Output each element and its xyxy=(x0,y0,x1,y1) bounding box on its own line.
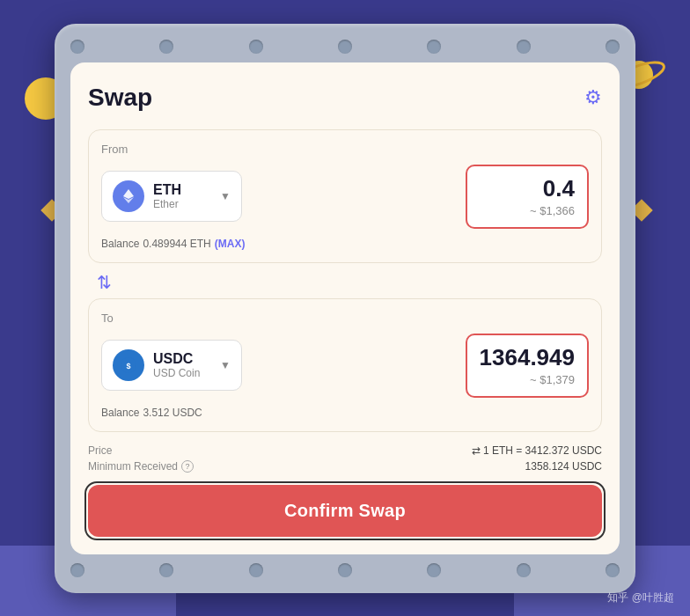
eth-name: Ether xyxy=(153,198,181,210)
from-balance-label: Balance xyxy=(101,238,139,250)
to-chevron-icon: ▼ xyxy=(220,359,231,371)
frame-dot xyxy=(427,563,441,577)
to-amount: 1364.949 xyxy=(480,344,575,371)
max-link[interactable]: (MAX) xyxy=(215,238,246,250)
to-balance-row: Balance 3.512 USDC xyxy=(101,407,589,419)
from-label: From xyxy=(101,143,589,156)
svg-text:$: $ xyxy=(126,362,130,370)
eth-token-info: ETH Ether xyxy=(153,182,181,210)
to-balance-value: 3.512 USDC xyxy=(143,407,202,419)
eth-symbol: ETH xyxy=(153,182,181,198)
usdc-token-info: USDC USD Coin xyxy=(153,351,200,379)
to-amount-box[interactable]: 1364.949 ~ $1,379 xyxy=(466,334,589,398)
min-received-value: 1358.124 USDC xyxy=(525,460,602,473)
from-amount: 0.4 xyxy=(480,175,575,202)
from-balance-row: Balance 0.489944 ETH (MAX) xyxy=(101,238,589,250)
to-amount-usd: ~ $1,379 xyxy=(530,373,575,386)
frame-dot xyxy=(70,563,84,577)
usdc-symbol: USDC xyxy=(153,351,200,367)
settings-icon[interactable]: ⚙ xyxy=(584,86,602,109)
from-chevron-icon: ▼ xyxy=(220,190,231,202)
to-section: To $ USDC USD Coin ▼ 13 xyxy=(88,298,602,432)
frame-dot xyxy=(70,40,84,54)
confirm-swap-button[interactable]: Confirm Swap xyxy=(88,485,602,537)
frame-dot xyxy=(427,40,441,54)
eth-icon xyxy=(113,180,144,212)
price-label: Price xyxy=(88,444,112,457)
to-label: To xyxy=(101,312,589,325)
usdc-icon: $ xyxy=(113,349,144,381)
from-token-selector[interactable]: ETH Ether ▼ xyxy=(101,171,242,222)
confirm-btn-wrapper: Confirm Swap xyxy=(88,485,602,537)
frame-dot xyxy=(606,40,620,54)
frame-dot xyxy=(338,563,352,577)
card-header: Swap ⚙ xyxy=(88,84,602,112)
frame-dot xyxy=(159,40,173,54)
price-row: Price ⇄ 1 ETH = 3412.372 USDC xyxy=(88,444,602,457)
frame-dot xyxy=(517,563,531,577)
swap-card: Swap ⚙ From ETH Ether xyxy=(70,62,620,554)
frame-dot xyxy=(517,40,531,54)
frame-top-dots xyxy=(70,40,620,54)
svg-marker-2 xyxy=(123,189,134,199)
min-received-row: Minimum Received ? 1358.124 USDC xyxy=(88,460,602,473)
frame-dot xyxy=(159,563,173,577)
frame-dot xyxy=(249,40,263,54)
price-value: ⇄ 1 ETH = 3412.372 USDC xyxy=(472,444,602,457)
watermark: 知乎 @叶胜超 xyxy=(607,590,674,605)
main-frame: Swap ⚙ From ETH Ether xyxy=(55,24,635,593)
frame-dot xyxy=(338,40,352,54)
price-info: Price ⇄ 1 ETH = 3412.372 USDC Minimum Re… xyxy=(88,444,602,473)
swap-arrows-icon: ⇅ xyxy=(97,272,112,293)
frame-dot xyxy=(606,563,620,577)
from-section: From ETH Ether ▼ 0.4 xyxy=(88,129,602,263)
min-received-info-icon[interactable]: ? xyxy=(181,460,194,473)
frame-bottom-dots xyxy=(70,563,620,577)
from-balance-value: 0.489944 ETH xyxy=(143,238,210,250)
to-token-selector[interactable]: $ USDC USD Coin ▼ xyxy=(101,340,242,391)
from-amount-box[interactable]: 0.4 ~ $1,366 xyxy=(466,165,589,229)
from-amount-usd: ~ $1,366 xyxy=(530,204,575,217)
page-title: Swap xyxy=(88,84,152,112)
swap-direction-toggle[interactable]: ⇅ xyxy=(97,267,602,298)
to-inner: $ USDC USD Coin ▼ 1364.949 ~ $1,379 xyxy=(101,334,589,398)
usdc-name: USD Coin xyxy=(153,367,200,379)
frame-dot xyxy=(249,563,263,577)
min-received-label: Minimum Received ? xyxy=(88,460,194,473)
to-balance-label: Balance xyxy=(101,407,139,419)
from-inner: ETH Ether ▼ 0.4 ~ $1,366 xyxy=(101,165,589,229)
